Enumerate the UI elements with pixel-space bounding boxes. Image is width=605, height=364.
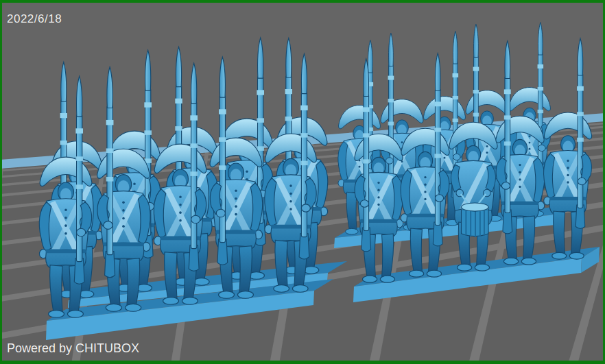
scene-canvas[interactable]	[0, 0, 605, 364]
slicer-render-viewport[interactable]: 2022/6/18 Powered by CHITUBOX	[0, 0, 605, 364]
chitubox-watermark: Powered by CHITUBOX	[7, 341, 139, 356]
date-stamp: 2022/6/18	[7, 12, 62, 26]
